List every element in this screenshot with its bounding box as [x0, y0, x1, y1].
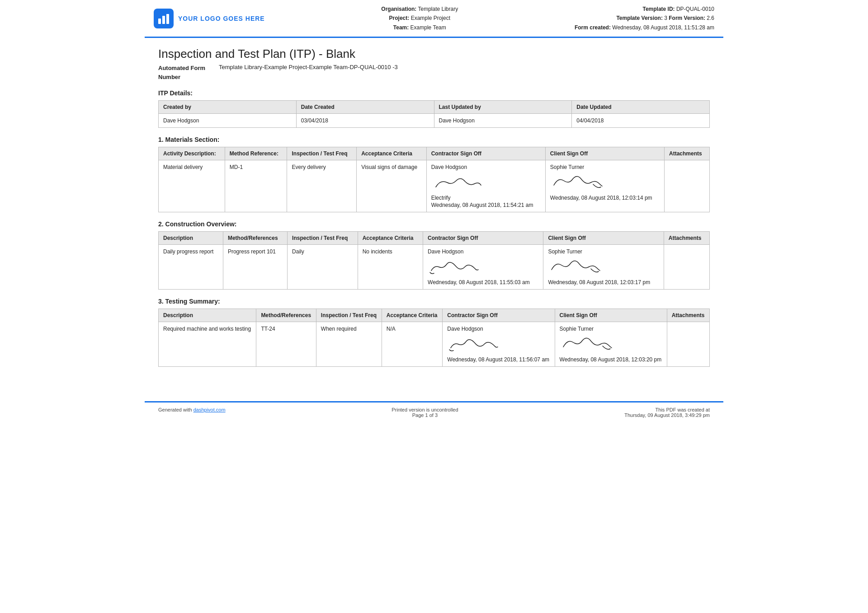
- s1-col-client: Client Sign Off: [545, 147, 664, 160]
- s2-inspection-freq: Daily: [288, 245, 358, 290]
- s3-inspection-freq: When required: [316, 322, 382, 367]
- s1-contractor-sig-image: [431, 171, 541, 194]
- footer-generated-text: Generated with: [158, 407, 193, 412]
- section2-row: Daily progress report Progress report 10…: [159, 245, 710, 290]
- s2-method-ref: Progress report 101: [223, 245, 287, 290]
- s2-col-description: Description: [159, 232, 223, 245]
- form-version-label: Form Version:: [669, 15, 705, 21]
- form-created-label: Form created:: [575, 24, 611, 31]
- s2-col-client: Client Sign Off: [543, 232, 664, 245]
- form-version-value: 2.6: [707, 15, 714, 21]
- section1-row: Material delivery MD-1 Every delivery Vi…: [159, 160, 710, 212]
- itp-details-row: Dave Hodgson 03/04/2018 Dave Hodgson 04/…: [159, 114, 710, 128]
- s1-activity: Material delivery: [159, 160, 225, 212]
- header-right-info: Template ID: DP-QUAL-0010 Template Versi…: [575, 5, 714, 32]
- s2-contractor-sig-image: [428, 256, 538, 278]
- s1-client-name: Sophie Turner: [550, 164, 660, 170]
- s3-client-sig-image: [560, 333, 662, 356]
- footer-left: Generated with dashpivot.com: [158, 407, 226, 412]
- s3-contractor-sig-image: [447, 333, 550, 356]
- main-content: Inspection and Test Plan (ITP) - Blank A…: [145, 38, 723, 388]
- s3-contractor-signoff: Dave Hodgson Wednesday, 08 August 2018, …: [443, 322, 555, 367]
- itp-col-last-updated-by: Last Updated by: [434, 101, 572, 114]
- footer-center-line1: Printed version is uncontrolled: [392, 407, 458, 412]
- s3-client-signoff: Sophie Turner Wednesday, 08 August 2018,…: [555, 322, 667, 367]
- s1-client-sig-image: [550, 171, 660, 194]
- s1-col-freq: Inspection / Test Freq: [287, 147, 357, 160]
- template-id-label: Template ID:: [642, 6, 675, 12]
- page-footer: Generated with dashpivot.com Printed ver…: [145, 401, 723, 422]
- logo-area: YOUR LOGO GOES HERE: [154, 9, 265, 28]
- s2-col-contractor: Contractor Sign Off: [423, 232, 543, 245]
- page-header: YOUR LOGO GOES HERE Organisation: Templa…: [145, 0, 723, 38]
- section1-heading: 1. Materials Section:: [158, 136, 710, 143]
- s2-col-method: Method/References: [223, 232, 287, 245]
- section3-row: Required machine and works testing TT-24…: [159, 322, 710, 367]
- itp-col-created-by: Created by: [159, 101, 297, 114]
- s2-client-sig-image: [548, 256, 659, 278]
- s3-contractor-sig-block: Dave Hodgson Wednesday, 08 August 2018, …: [447, 326, 550, 363]
- s2-description: Daily progress report: [159, 245, 223, 290]
- s1-col-activity: Activity Description:: [159, 147, 225, 160]
- s1-contractor-name: Dave Hodgson: [431, 164, 541, 170]
- s3-col-method: Method/References: [256, 309, 316, 322]
- s2-contractor-date: Wednesday, 08 August 2018, 11:55:03 am: [428, 279, 538, 285]
- footer-center: Printed version is uncontrolled Page 1 o…: [392, 407, 458, 418]
- itp-date-updated: 04/04/2018: [572, 114, 710, 128]
- s3-col-contractor: Contractor Sign Off: [443, 309, 555, 322]
- s2-contractor-sig-block: Dave Hodgson Wednesday, 08 August 2018, …: [428, 248, 538, 285]
- s1-col-contractor: Contractor Sign Off: [426, 147, 545, 160]
- section3-table: Description Method/References Inspection…: [158, 309, 710, 367]
- s1-client-signoff: Sophie Turner Wednesday, 08 August 2018,…: [545, 160, 664, 212]
- s3-method-ref: TT-24: [256, 322, 316, 367]
- s1-col-attachments: Attachments: [665, 147, 710, 160]
- s2-contractor-signoff: Dave Hodgson Wednesday, 08 August 2018, …: [423, 245, 543, 290]
- s3-contractor-name: Dave Hodgson: [447, 326, 550, 332]
- s3-contractor-date: Wednesday, 08 August 2018, 11:56:07 am: [447, 356, 550, 363]
- dashpivot-link[interactable]: dashpivot.com: [193, 407, 226, 412]
- section2-table: Description Method/References Inspection…: [158, 231, 710, 290]
- itp-details-heading: ITP Details:: [158, 89, 710, 97]
- s1-contractor-sig-block: Dave Hodgson Electrify Wednesday, 08 Aug…: [431, 164, 541, 208]
- s1-inspection-freq: Every delivery: [287, 160, 357, 212]
- section3-heading: 3. Testing Summary:: [158, 298, 710, 305]
- svg-rect-0: [158, 19, 161, 24]
- s3-col-description: Description: [159, 309, 256, 322]
- s3-col-freq: Inspection / Test Freq: [316, 309, 382, 322]
- form-created-value: Wednesday, 08 August 2018, 11:51:28 am: [612, 24, 714, 31]
- s1-col-method: Method Reference:: [225, 147, 287, 160]
- itp-col-date-created: Date Created: [296, 101, 434, 114]
- itp-date-created: 03/04/2018: [296, 114, 434, 128]
- s1-contractor-company: Electrify: [431, 195, 541, 201]
- template-id-value: DP-QUAL-0010: [676, 6, 714, 12]
- svg-rect-1: [162, 16, 165, 24]
- s2-col-criteria: Acceptance Criteria: [358, 232, 423, 245]
- s3-col-attachments: Attachments: [667, 309, 709, 322]
- s1-contractor-date: Wednesday, 08 August 2018, 11:54:21 am: [431, 202, 541, 208]
- s3-client-name: Sophie Turner: [560, 326, 662, 332]
- s1-attachments: [665, 160, 710, 212]
- itp-last-updated-by: Dave Hodgson: [434, 114, 572, 128]
- s2-client-date: Wednesday, 08 August 2018, 12:03:17 pm: [548, 279, 659, 285]
- s2-client-sig-block: Sophie Turner Wednesday, 08 August 2018,…: [548, 248, 659, 285]
- itp-details-table: Created by Date Created Last Updated by …: [158, 100, 710, 128]
- section1-table: Activity Description: Method Reference: …: [158, 147, 710, 212]
- template-version-label: Template Version:: [616, 15, 662, 21]
- s2-contractor-name: Dave Hodgson: [428, 248, 538, 255]
- logo-icon: [154, 9, 174, 28]
- s1-method-ref: MD-1: [225, 160, 287, 212]
- template-version-value: 3: [664, 15, 667, 21]
- s1-col-criteria: Acceptance Criteria: [357, 147, 427, 160]
- team-label: Team:: [393, 24, 409, 31]
- project-value: Example Project: [411, 15, 450, 21]
- s2-col-freq: Inspection / Test Freq: [288, 232, 358, 245]
- project-label: Project:: [389, 15, 410, 21]
- footer-right: This PDF was created at Thursday, 09 Aug…: [624, 407, 710, 418]
- s1-contractor-signoff: Dave Hodgson Electrify Wednesday, 08 Aug…: [426, 160, 545, 212]
- s3-client-sig-block: Sophie Turner Wednesday, 08 August 2018,…: [560, 326, 662, 363]
- s2-acceptance: No incidents: [358, 245, 423, 290]
- s3-client-date: Wednesday, 08 August 2018, 12:03:20 pm: [560, 356, 662, 363]
- s3-col-client: Client Sign Off: [555, 309, 667, 322]
- org-label: Organisation:: [381, 6, 416, 12]
- s3-description: Required machine and works testing: [159, 322, 256, 367]
